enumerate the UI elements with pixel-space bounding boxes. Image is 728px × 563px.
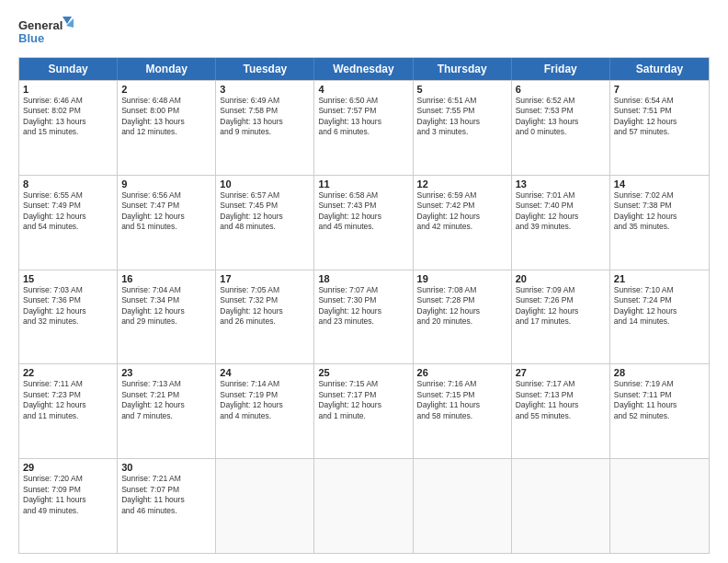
calendar-cell-3: 3Sunrise: 6:49 AMSunset: 7:58 PMDaylight… <box>216 81 314 175</box>
calendar-cell-30: 30Sunrise: 7:21 AMSunset: 7:07 PMDayligh… <box>118 459 216 553</box>
calendar-body: 1Sunrise: 6:46 AMSunset: 8:02 PMDaylight… <box>19 80 709 553</box>
calendar-cell-26: 26Sunrise: 7:16 AMSunset: 7:15 PMDayligh… <box>414 364 512 458</box>
calendar-cell-11: 11Sunrise: 6:58 AMSunset: 7:43 PMDayligh… <box>314 176 413 270</box>
page: General Blue SundayMondayTuesdayWednesda… <box>0 0 728 563</box>
day-number: 28 <box>614 367 705 378</box>
day-info: Sunrise: 7:05 AMSunset: 7:32 PMDaylight:… <box>220 285 310 327</box>
day-info: Sunrise: 7:14 AMSunset: 7:19 PMDaylight:… <box>220 379 310 421</box>
calendar-cell-6: 6Sunrise: 6:52 AMSunset: 7:53 PMDaylight… <box>512 81 610 175</box>
day-number: 22 <box>23 367 113 378</box>
day-number: 1 <box>23 84 113 95</box>
day-number: 6 <box>516 84 606 95</box>
header-day-tuesday: Tuesday <box>216 58 314 80</box>
day-info: Sunrise: 6:51 AMSunset: 7:55 PMDaylight:… <box>417 96 507 138</box>
day-info: Sunrise: 7:19 AMSunset: 7:11 PMDaylight:… <box>614 379 705 421</box>
day-info: Sunrise: 7:17 AMSunset: 7:13 PMDaylight:… <box>516 379 606 421</box>
header-day-thursday: Thursday <box>414 58 512 80</box>
calendar-week-1: 1Sunrise: 6:46 AMSunset: 8:02 PMDaylight… <box>19 80 709 175</box>
calendar-cell-27: 27Sunrise: 7:17 AMSunset: 7:13 PMDayligh… <box>512 364 610 458</box>
calendar-cell-7: 7Sunrise: 6:54 AMSunset: 7:51 PMDaylight… <box>610 81 709 175</box>
day-info: Sunrise: 6:54 AMSunset: 7:51 PMDaylight:… <box>614 96 705 138</box>
day-info: Sunrise: 7:03 AMSunset: 7:36 PMDaylight:… <box>23 285 113 327</box>
calendar-cell-4: 4Sunrise: 6:50 AMSunset: 7:57 PMDaylight… <box>314 81 413 175</box>
calendar-cell-empty <box>512 459 610 553</box>
header-day-saturday: Saturday <box>610 58 709 80</box>
logo-svg: General Blue <box>18 15 74 50</box>
calendar-cell-9: 9Sunrise: 6:56 AMSunset: 7:47 PMDaylight… <box>118 176 216 270</box>
calendar-cell-empty <box>216 459 314 553</box>
day-number: 17 <box>220 273 310 284</box>
calendar-week-4: 22Sunrise: 7:11 AMSunset: 7:23 PMDayligh… <box>19 363 709 458</box>
day-info: Sunrise: 6:48 AMSunset: 8:00 PMDaylight:… <box>121 96 211 138</box>
calendar-week-5: 29Sunrise: 7:20 AMSunset: 7:09 PMDayligh… <box>19 458 709 553</box>
day-number: 15 <box>23 273 113 284</box>
day-info: Sunrise: 7:10 AMSunset: 7:24 PMDaylight:… <box>614 285 705 327</box>
calendar-cell-25: 25Sunrise: 7:15 AMSunset: 7:17 PMDayligh… <box>314 364 413 458</box>
calendar-cell-5: 5Sunrise: 6:51 AMSunset: 7:55 PMDaylight… <box>414 81 512 175</box>
calendar-cell-8: 8Sunrise: 6:55 AMSunset: 7:49 PMDaylight… <box>19 176 118 270</box>
calendar-cell-13: 13Sunrise: 7:01 AMSunset: 7:40 PMDayligh… <box>512 176 610 270</box>
day-info: Sunrise: 7:15 AMSunset: 7:17 PMDaylight:… <box>318 379 408 421</box>
day-info: Sunrise: 6:59 AMSunset: 7:42 PMDaylight:… <box>417 190 507 233</box>
calendar: SundayMondayTuesdayWednesdayThursdayFrid… <box>18 57 710 554</box>
day-number: 9 <box>121 178 211 190</box>
day-number: 25 <box>318 367 408 378</box>
calendar-week-2: 8Sunrise: 6:55 AMSunset: 7:49 PMDaylight… <box>19 175 709 270</box>
calendar-cell-empty <box>610 459 709 553</box>
header-day-sunday: Sunday <box>19 58 118 80</box>
calendar-cell-17: 17Sunrise: 7:05 AMSunset: 7:32 PMDayligh… <box>216 270 314 364</box>
day-info: Sunrise: 6:58 AMSunset: 7:43 PMDaylight:… <box>318 190 408 233</box>
calendar-cell-29: 29Sunrise: 7:20 AMSunset: 7:09 PMDayligh… <box>19 459 118 553</box>
day-number: 12 <box>417 178 507 190</box>
header-day-monday: Monday <box>118 58 216 80</box>
day-info: Sunrise: 7:21 AMSunset: 7:07 PMDaylight:… <box>121 474 211 516</box>
day-number: 26 <box>417 367 507 378</box>
day-info: Sunrise: 7:08 AMSunset: 7:28 PMDaylight:… <box>417 285 507 327</box>
calendar-cell-21: 21Sunrise: 7:10 AMSunset: 7:24 PMDayligh… <box>610 270 709 364</box>
calendar-cell-19: 19Sunrise: 7:08 AMSunset: 7:28 PMDayligh… <box>414 270 512 364</box>
day-number: 27 <box>516 367 606 378</box>
day-number: 4 <box>318 84 408 95</box>
day-info: Sunrise: 6:49 AMSunset: 7:58 PMDaylight:… <box>220 96 310 138</box>
calendar-cell-2: 2Sunrise: 6:48 AMSunset: 8:00 PMDaylight… <box>118 81 216 175</box>
day-number: 18 <box>318 273 408 284</box>
day-number: 2 <box>121 84 211 95</box>
calendar-cell-14: 14Sunrise: 7:02 AMSunset: 7:38 PMDayligh… <box>610 176 709 270</box>
day-info: Sunrise: 7:07 AMSunset: 7:30 PMDaylight:… <box>318 285 408 327</box>
day-number: 3 <box>220 84 310 95</box>
calendar-cell-22: 22Sunrise: 7:11 AMSunset: 7:23 PMDayligh… <box>19 364 118 458</box>
day-info: Sunrise: 7:20 AMSunset: 7:09 PMDaylight:… <box>23 474 113 516</box>
day-number: 7 <box>614 84 705 95</box>
calendar-cell-15: 15Sunrise: 7:03 AMSunset: 7:36 PMDayligh… <box>19 270 118 364</box>
day-info: Sunrise: 7:13 AMSunset: 7:21 PMDaylight:… <box>121 379 211 421</box>
calendar-week-3: 15Sunrise: 7:03 AMSunset: 7:36 PMDayligh… <box>19 270 709 364</box>
day-info: Sunrise: 7:16 AMSunset: 7:15 PMDaylight:… <box>417 379 507 421</box>
day-number: 10 <box>220 178 310 190</box>
day-info: Sunrise: 6:52 AMSunset: 7:53 PMDaylight:… <box>516 96 606 138</box>
logo: General Blue <box>18 15 74 50</box>
calendar-cell-12: 12Sunrise: 6:59 AMSunset: 7:42 PMDayligh… <box>414 176 512 270</box>
calendar-cell-18: 18Sunrise: 7:07 AMSunset: 7:30 PMDayligh… <box>314 270 413 364</box>
calendar-cell-empty <box>414 459 512 553</box>
day-info: Sunrise: 7:02 AMSunset: 7:38 PMDaylight:… <box>614 190 705 233</box>
calendar-cell-28: 28Sunrise: 7:19 AMSunset: 7:11 PMDayligh… <box>610 364 709 458</box>
day-number: 24 <box>220 367 310 378</box>
day-number: 30 <box>121 462 211 473</box>
day-number: 11 <box>318 178 408 190</box>
day-number: 8 <box>23 178 113 190</box>
day-number: 13 <box>516 178 606 190</box>
calendar-cell-23: 23Sunrise: 7:13 AMSunset: 7:21 PMDayligh… <box>118 364 216 458</box>
calendar-cell-20: 20Sunrise: 7:09 AMSunset: 7:26 PMDayligh… <box>512 270 610 364</box>
day-info: Sunrise: 6:55 AMSunset: 7:49 PMDaylight:… <box>23 190 113 233</box>
day-info: Sunrise: 6:46 AMSunset: 8:02 PMDaylight:… <box>23 96 113 138</box>
calendar-cell-16: 16Sunrise: 7:04 AMSunset: 7:34 PMDayligh… <box>118 270 216 364</box>
day-info: Sunrise: 7:04 AMSunset: 7:34 PMDaylight:… <box>121 285 211 327</box>
svg-text:Blue: Blue <box>18 31 44 45</box>
svg-text:General: General <box>18 18 63 32</box>
day-number: 19 <box>417 273 507 284</box>
day-number: 23 <box>121 367 211 378</box>
day-number: 20 <box>516 273 606 284</box>
calendar-cell-10: 10Sunrise: 6:57 AMSunset: 7:45 PMDayligh… <box>216 176 314 270</box>
day-number: 16 <box>121 273 211 284</box>
header-day-wednesday: Wednesday <box>314 58 413 80</box>
